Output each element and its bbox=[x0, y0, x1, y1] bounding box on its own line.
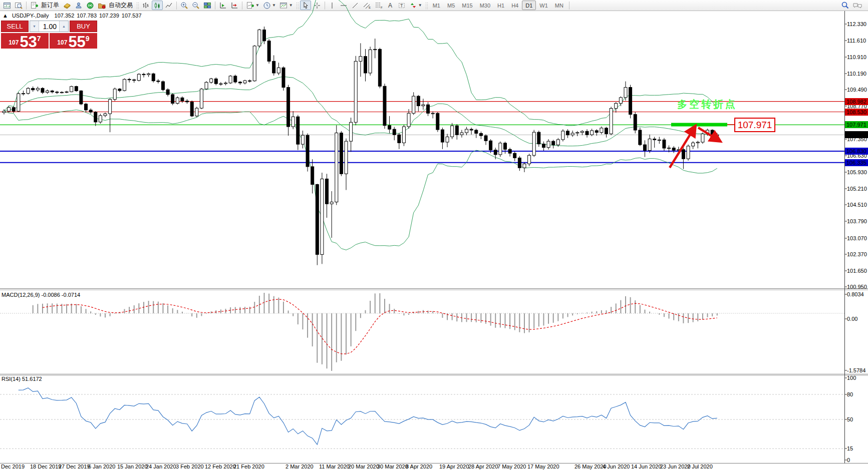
sell-price[interactable]: 107 53 7 bbox=[1, 33, 49, 49]
svg-text:107.537: 107.537 bbox=[846, 132, 866, 138]
candles bbox=[3, 27, 719, 265]
svg-text:80: 80 bbox=[847, 391, 853, 397]
svg-text:109.490: 109.490 bbox=[847, 87, 867, 93]
svg-text:15: 15 bbox=[847, 445, 853, 451]
svg-text:3 Feb 2020: 3 Feb 2020 bbox=[176, 463, 204, 469]
svg-text:4 Jun 2020: 4 Jun 2020 bbox=[603, 463, 630, 469]
svg-text:105.210: 105.210 bbox=[847, 186, 867, 192]
rsi-label: RSI(14) 51.6172 bbox=[2, 376, 42, 382]
svg-text:17 May 2020: 17 May 2020 bbox=[527, 463, 559, 469]
svg-text:0: 0 bbox=[847, 457, 850, 463]
chart-title: ▲USDJPY-,Daily 107.352107.783107.239107.… bbox=[3, 13, 144, 19]
svg-text:-1.5784: -1.5784 bbox=[847, 367, 865, 373]
ohlc-open: 107.352 bbox=[55, 13, 75, 19]
rsi-panel bbox=[0, 388, 844, 448]
annotation-text: 多空转折点 bbox=[677, 98, 737, 111]
ohlc-high: 107.783 bbox=[77, 13, 97, 19]
svg-text:105.930: 105.930 bbox=[847, 169, 867, 175]
svg-text:21 Feb 2020: 21 Feb 2020 bbox=[233, 463, 264, 469]
ohlc-low: 107.239 bbox=[99, 13, 119, 19]
svg-text:102.370: 102.370 bbox=[847, 251, 867, 257]
svg-text:26 May 2020: 26 May 2020 bbox=[574, 463, 607, 469]
svg-text:28 Apr 2020: 28 Apr 2020 bbox=[468, 463, 498, 469]
sell-button[interactable]: SELL bbox=[1, 21, 29, 32]
svg-text:111.610: 111.610 bbox=[847, 38, 866, 44]
svg-text:110.190: 110.190 bbox=[847, 71, 866, 77]
lot-size-value[interactable]: 1.00 bbox=[39, 21, 59, 32]
svg-text:18 Dec 2019: 18 Dec 2019 bbox=[30, 463, 61, 469]
svg-text:6 Jan 2020: 6 Jan 2020 bbox=[88, 463, 115, 469]
svg-text:12 Feb 2020: 12 Feb 2020 bbox=[205, 463, 236, 469]
svg-text:23 Jun 2020: 23 Jun 2020 bbox=[660, 463, 691, 469]
svg-text:100.950: 100.950 bbox=[847, 284, 867, 290]
svg-text:108.982: 108.982 bbox=[846, 99, 866, 105]
svg-text:19 Apr 2020: 19 Apr 2020 bbox=[439, 463, 469, 469]
svg-text:2 Mar 2020: 2 Mar 2020 bbox=[285, 463, 314, 469]
ohlc-close: 107.537 bbox=[122, 13, 142, 19]
date-axis: Dec 201918 Dec 201927 Dec 20196 Jan 2020… bbox=[1, 463, 713, 469]
svg-text:104.510: 104.510 bbox=[847, 202, 867, 208]
collapse-arrow-icon[interactable]: ▲ bbox=[3, 13, 8, 19]
svg-text:20 Mar 2020: 20 Mar 2020 bbox=[348, 463, 379, 469]
svg-text:110.910: 110.910 bbox=[847, 54, 866, 60]
svg-text:106.335: 106.335 bbox=[846, 160, 866, 166]
symbol-period: USDJPY-,Daily bbox=[12, 13, 49, 19]
svg-text:107.971: 107.971 bbox=[846, 122, 866, 128]
svg-text:Dec 2019: Dec 2019 bbox=[1, 463, 25, 469]
svg-text:50: 50 bbox=[847, 416, 853, 422]
lot-size-control: ▼ 1.00 ▲ bbox=[30, 21, 69, 32]
svg-text:30 Mar 2020: 30 Mar 2020 bbox=[377, 463, 408, 469]
svg-text:112.330: 112.330 bbox=[847, 21, 866, 27]
macd-label: MACD(12,26,9) -0.0086 -0.0714 bbox=[2, 292, 80, 298]
panel-separators bbox=[0, 11, 868, 463]
svg-text:106.830: 106.830 bbox=[846, 148, 866, 154]
svg-text:0.8034: 0.8034 bbox=[847, 291, 864, 297]
svg-text:24 Jan 2020: 24 Jan 2020 bbox=[146, 463, 176, 469]
buy-button[interactable]: BUY bbox=[70, 21, 97, 32]
svg-text:0.00: 0.00 bbox=[847, 316, 857, 322]
mt4-window: 新订单 自动交易 bbox=[0, 0, 868, 471]
svg-text:27 Dec 2019: 27 Dec 2019 bbox=[59, 463, 90, 469]
svg-text:14 Jun 2020: 14 Jun 2020 bbox=[631, 463, 662, 469]
price-tag-label: 107.971 bbox=[734, 118, 775, 132]
price-axis: 112.330111.610110.910110.190109.490108.7… bbox=[844, 21, 868, 463]
lot-increase-button[interactable]: ▲ bbox=[59, 21, 68, 32]
svg-text:7 May 2020: 7 May 2020 bbox=[497, 463, 526, 469]
one-click-trading-panel: SELL ▼ 1.00 ▲ BUY 107 53 7 107 55 9 bbox=[1, 21, 97, 49]
buy-price[interactable]: 107 55 9 bbox=[50, 33, 97, 49]
svg-text:103.790: 103.790 bbox=[847, 218, 867, 224]
macd-panel bbox=[0, 293, 844, 371]
annotation-shapes bbox=[670, 123, 735, 168]
svg-text:103.070: 103.070 bbox=[847, 235, 867, 241]
svg-text:15 Jan 2020: 15 Jan 2020 bbox=[117, 463, 148, 469]
svg-text:101.650: 101.650 bbox=[847, 268, 867, 274]
lot-decrease-button[interactable]: ▼ bbox=[30, 21, 39, 32]
chart-canvas[interactable]: 112.330111.610110.910110.190109.490108.7… bbox=[0, 0, 868, 471]
svg-text:100: 100 bbox=[847, 375, 856, 381]
svg-text:8 Apr 2020: 8 Apr 2020 bbox=[406, 463, 432, 469]
svg-text:108.530: 108.530 bbox=[846, 109, 866, 115]
svg-text:2 Jul 2020: 2 Jul 2020 bbox=[687, 463, 713, 469]
svg-text:11 Mar 2020: 11 Mar 2020 bbox=[319, 463, 350, 469]
